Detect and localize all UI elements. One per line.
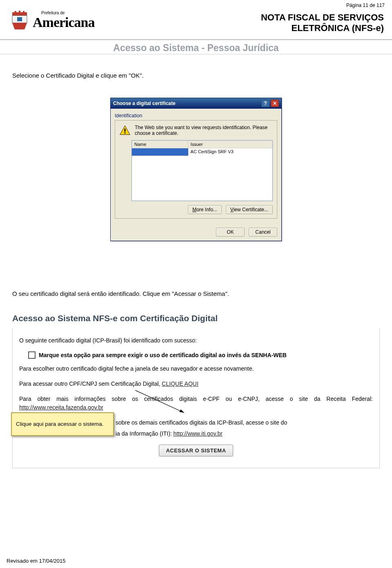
cancel-button[interactable]: Cancel — [249, 228, 277, 237]
view-certificate-button[interactable]: View Certificate... — [226, 205, 273, 214]
doc-title-line1: NOTA FISCAL DE SERVIÇOS — [261, 12, 384, 23]
column-name: Name — [132, 141, 188, 148]
help-icon[interactable]: ? — [261, 100, 270, 107]
other-cpf-text: Para acessar outro CPF/CNPJ sem Certific… — [19, 380, 373, 388]
svg-rect-5 — [17, 17, 22, 21]
svg-rect-3 — [19, 11, 20, 13]
column-issuer: Issuer — [188, 141, 272, 148]
city-crest-icon — [9, 10, 30, 31]
iti-link[interactable]: http://www.iti.gov.br — [174, 430, 223, 437]
certificate-row[interactable]: AC CertiSign SRF V3 — [132, 148, 272, 156]
doc-title-line2: ELETRÔNICA (NFS-e) — [261, 23, 384, 34]
success-message: O seguinte certificado digital (ICP-Bras… — [19, 336, 373, 345]
more-info-button[interactable]: MMore Info...ore Info... — [188, 205, 222, 214]
certificate-issuer-cell: AC CertiSign SRF V3 — [188, 148, 272, 156]
instruction-text-1: Selecione o Certificado Digital e clique… — [12, 72, 380, 79]
page-subtitle: Acesso ao Sistema - Pessoa Jurídica — [0, 42, 392, 54]
require-cert-label: Marque esta opção para sempre exigir o u… — [39, 352, 287, 358]
certificate-dialog: Choose a digital certificate ? ✕ Identif… — [110, 98, 282, 241]
divider — [0, 54, 392, 54]
warning-icon — [119, 125, 131, 136]
certificate-panel: O seguinte certificado digital (ICP-Bras… — [12, 329, 380, 468]
ok-button[interactable]: OK — [216, 228, 245, 237]
clique-aqui-link[interactable]: CLIQUE AQUI — [162, 380, 198, 387]
svg-rect-7 — [125, 132, 126, 134]
logo-block: Prefeitura de Americana — [9, 10, 95, 31]
dialog-titlebar: Choose a digital certificate ? ✕ — [111, 98, 281, 109]
svg-rect-2 — [15, 11, 16, 13]
revision-footer: Revisado em 17/04/2015 — [7, 558, 66, 564]
prefeitura-label: Prefeitura de — [41, 11, 65, 15]
certificate-list[interactable]: Name Issuer AC CertiSign SRF V3 — [131, 140, 273, 201]
instruction-text-2: O seu certificado digital será então ide… — [12, 290, 380, 297]
svg-rect-4 — [23, 11, 24, 13]
close-icon[interactable]: ✕ — [271, 100, 279, 107]
group-label: Identification — [115, 113, 277, 119]
other-cert-text: Para escolher outro certificado digital … — [19, 365, 373, 373]
certificate-name-cell — [132, 148, 188, 156]
dialog-title: Choose a digital certificate — [113, 101, 176, 106]
dialog-message: The Web site you want to view requests i… — [135, 125, 273, 136]
panel-title: Acesso ao Sistema NFS-e com Certificação… — [12, 313, 380, 323]
acessar-sistema-button[interactable]: ACESSAR O SISTEMA — [159, 445, 233, 456]
callout-tooltip: Clique aqui para acessar o sistema. — [11, 412, 114, 436]
svg-rect-6 — [125, 129, 126, 132]
receita-text: Para obter mais informações sobre os cer… — [19, 395, 373, 412]
require-cert-checkbox[interactable] — [28, 351, 36, 359]
divider — [0, 39, 392, 40]
page-number: Página 11 de 117 — [346, 2, 385, 8]
page-header: Página 11 de 117 Prefeitura de Americana… — [0, 0, 392, 41]
document-title: NOTA FISCAL DE SERVIÇOS ELETRÔNICA (NFS-… — [261, 12, 384, 34]
receita-link[interactable]: http://www.receita.fazenda.gov.br — [19, 404, 103, 411]
